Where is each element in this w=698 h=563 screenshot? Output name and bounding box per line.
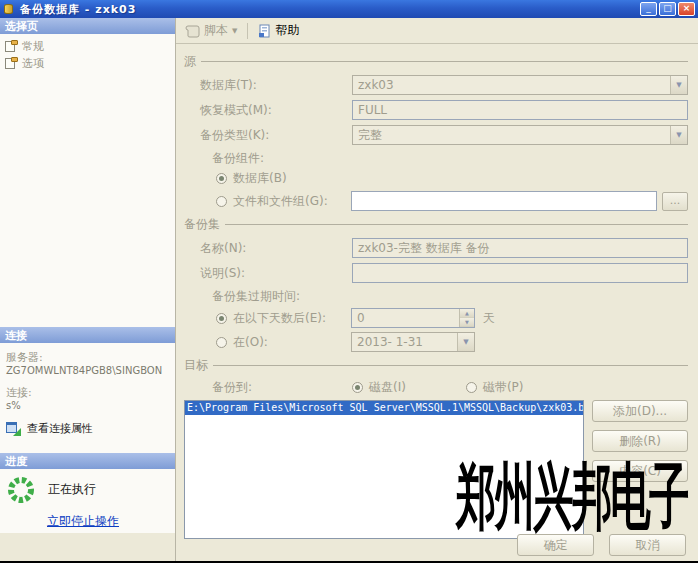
progress-header: 进度 [0,453,175,469]
page-icon [4,40,18,53]
backup-type-combobox[interactable]: 完整 ▼ [352,125,688,145]
sidebar-item-options[interactable]: 选项 [2,55,173,72]
progress-status: 正在执行 [48,481,96,498]
connection-properties-icon [6,422,21,436]
stop-action-link[interactable]: 立即停止操作 [47,513,169,530]
database-radio-label: 数据库(B) [233,170,287,187]
connection-header: 连接 [0,327,175,343]
database-radio[interactable] [216,173,227,184]
disk-radio[interactable] [352,382,363,393]
on-date-radio-label: 在(O): [233,334,351,351]
backup-database-dialog: 备份数据库 - zxk03 _ □ × 选择页 常规 选项 连接 服务 [0,0,698,563]
window-title: 备份数据库 - zxk03 [20,2,640,17]
view-connection-properties-label: 查看连接属性 [27,421,93,436]
recovery-model-field[interactable]: FULL [352,100,688,120]
add-button[interactable]: 添加(D)... [592,400,688,422]
help-button[interactable]: 帮助 [255,20,302,41]
page-icon [4,57,18,70]
script-label: 脚本 [204,22,228,39]
select-page-header: 选择页 [0,18,175,34]
files-filegroups-field[interactable] [351,191,657,211]
expire-label: 备份集过期时间: [184,288,352,305]
server-label: 服务器: [6,350,169,365]
sidebar-item-label: 选项 [22,56,44,71]
name-label: 名称(N): [184,240,352,257]
sidebar-item-label: 常规 [22,39,44,54]
after-days-spinner[interactable]: 0 ▲▼ [351,308,475,328]
after-days-radio-label: 在以下天数后(E): [233,310,351,327]
tape-radio-label: 磁带(P) [483,379,524,396]
connection-value: s% [6,400,169,411]
maximize-button[interactable]: □ [659,2,676,16]
backup-set-group-legend: 备份集 [184,216,688,233]
files-filegroups-radio-label: 文件和文件组(G): [233,193,351,210]
view-connection-properties[interactable]: 查看连接属性 [6,421,169,436]
help-label: 帮助 [275,22,299,39]
help-icon [258,24,271,38]
name-field[interactable]: zxk03-完整 数据库 备份 [352,238,688,258]
minimize-button[interactable]: _ [640,2,657,16]
tape-radio[interactable] [466,382,477,393]
browse-button[interactable]: ... [662,192,688,211]
connection-label: 连接: [6,385,169,400]
after-days-radio[interactable] [216,313,227,324]
files-filegroups-radio[interactable] [216,196,227,207]
script-button[interactable]: 脚本 ▼ [182,20,240,41]
chevron-down-icon[interactable]: ▼ [670,126,687,144]
sidebar-item-general[interactable]: 常规 [2,38,173,55]
spinner-arrows-icon[interactable]: ▲▼ [459,309,474,327]
watermark-text: 郑州兴邦电子 [456,446,688,546]
source-group-legend: 源 [184,53,688,70]
days-unit-label: 天 [483,310,495,327]
chevron-down-icon[interactable]: ▼ [457,333,474,351]
database-label: 数据库(T): [184,77,352,94]
server-value: ZG7OMWLNT84PGB8\SINGBON [6,365,169,376]
close-button[interactable]: × [678,2,695,16]
destination-group-legend: 目标 [184,357,688,374]
chevron-down-icon[interactable]: ▼ [670,76,687,94]
on-date-radio[interactable] [216,337,227,348]
date-combobox[interactable]: 2013- 1-31 ▼ [351,332,475,352]
backup-to-label: 备份到: [184,379,352,396]
backup-type-label: 备份类型(K): [184,127,352,144]
backup-component-label: 备份组件: [184,150,352,167]
description-label: 说明(S): [184,265,352,282]
titlebar[interactable]: 备份数据库 - zxk03 _ □ × [0,0,698,18]
toolbar-separator [247,23,248,39]
recovery-model-label: 恢复模式(M): [184,102,352,119]
script-icon [185,24,200,38]
description-field[interactable] [352,263,688,283]
destination-path-item[interactable]: E:\Program Files\Microsoft SQL Server\MS… [185,401,583,415]
toolbar: 脚本 ▼ 帮助 [176,18,698,44]
database-combobox[interactable]: zxk03 ▼ [352,75,688,95]
database-icon [3,3,15,15]
disk-radio-label: 磁盘(I) [369,379,406,396]
sidebar: 选择页 常规 选项 连接 服务器: ZG7OMWLNT84PGB8\SINGBO… [0,18,176,561]
progress-spinner-icon [6,475,36,505]
chevron-down-icon: ▼ [232,27,237,35]
